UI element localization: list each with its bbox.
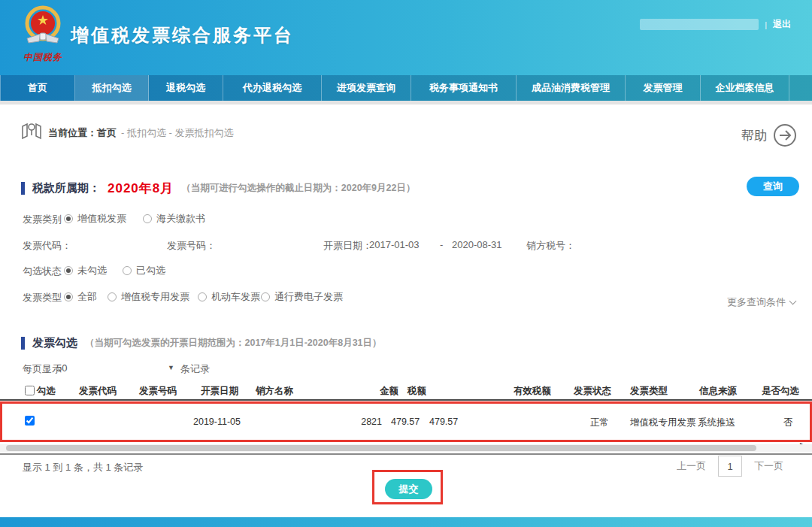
nav-oil-consumption-tax[interactable]: 成品油消费税管理 bbox=[517, 75, 626, 101]
redacted-username bbox=[640, 19, 759, 30]
radio-icon bbox=[123, 266, 132, 275]
pagination: 上一页 下一页 bbox=[677, 456, 783, 477]
horizontal-scrollbar[interactable] bbox=[0, 444, 812, 452]
cell-invoice-type: 增值税专用发票 bbox=[630, 416, 696, 429]
nav-company-archive[interactable]: 企业档案信息 bbox=[701, 75, 789, 101]
page-size-control[interactable]: 每页显示 50 ▼ 条记录 bbox=[23, 362, 62, 376]
col-invoice-date: 开票日期 bbox=[201, 385, 238, 398]
more-conditions-label: 更多查询条件 bbox=[727, 295, 786, 309]
next-page-button[interactable]: 下一页 bbox=[754, 459, 783, 473]
col-seller-name: 销方名称 bbox=[256, 385, 293, 398]
nav-home[interactable]: 首页 bbox=[0, 75, 75, 101]
section-marker bbox=[21, 182, 25, 195]
radio-label: 未勾选 bbox=[77, 264, 107, 277]
radio-unchecked-status[interactable]: 未勾选 bbox=[64, 264, 107, 277]
col-invoice-type: 发票类型 bbox=[630, 385, 668, 398]
tax-period-value: 2020年8月 bbox=[108, 180, 174, 197]
logout-button[interactable]: 退出 bbox=[773, 18, 791, 31]
radio-icon bbox=[64, 266, 73, 275]
location-map-icon bbox=[21, 120, 42, 143]
nav-tax-refund-check[interactable]: 退税勾选 bbox=[149, 75, 223, 101]
tax-period-deadline-note: （当期可进行勾选操作的截止日期为：2020年9月22日） bbox=[181, 182, 415, 195]
logo-caption: 中国税务 bbox=[17, 51, 69, 64]
breadcrumb-trail: - 抵扣勾选 - 发票抵扣勾选 bbox=[121, 127, 234, 138]
nav-deduction-check[interactable]: 抵扣勾选 bbox=[75, 75, 149, 101]
prev-page-button[interactable]: 上一页 bbox=[677, 459, 706, 473]
radio-label: 海关缴款书 bbox=[156, 212, 205, 226]
main-nav: 首页 抵扣勾选 退税勾选 代办退税勾选 进项发票查询 税务事项通知书 成品油消费… bbox=[0, 75, 812, 101]
help-button[interactable]: 帮助 bbox=[741, 123, 797, 147]
radio-icon bbox=[64, 292, 73, 301]
chevron-down-icon bbox=[789, 298, 797, 305]
radio-label: 全部 bbox=[77, 290, 97, 304]
app-header: 中国税务 增值税发票综合服务平台 | 退出 bbox=[0, 0, 812, 75]
radio-type-toll-electronic[interactable]: 通行费电子发票 bbox=[261, 290, 343, 304]
tax-bureau-logo: 中国税务 bbox=[17, 5, 69, 64]
national-emblem-icon bbox=[21, 5, 65, 47]
cell-tax: 479.57 bbox=[391, 416, 420, 427]
arrow-right-circle-icon bbox=[773, 123, 797, 147]
radio-type-special-vat[interactable]: 增值税专用发票 bbox=[108, 290, 189, 304]
cell-amount: 2821 bbox=[339, 416, 382, 427]
more-conditions-toggle[interactable]: 更多查询条件 bbox=[727, 295, 795, 309]
col-effective-tax: 有效税额 bbox=[514, 385, 551, 398]
nav-shadow-strip bbox=[0, 101, 812, 104]
submit-button[interactable]: 提交 bbox=[385, 479, 432, 499]
col-is-checked: 是否勾选 bbox=[762, 385, 799, 398]
radio-customs-payment[interactable]: 海关缴款书 bbox=[143, 212, 205, 226]
section-marker bbox=[21, 337, 25, 350]
breadcrumb: 当前位置：首页- 抵扣勾选 - 发票抵扣勾选 bbox=[48, 126, 234, 140]
invoice-number-label: 发票号码： bbox=[167, 239, 216, 253]
col-invoice-number: 发票号码 bbox=[139, 385, 177, 398]
scrollbar-thumb[interactable] bbox=[6, 445, 756, 451]
radio-label: 增值税发票 bbox=[77, 212, 126, 226]
row-checkbox[interactable] bbox=[25, 416, 35, 426]
date-from-input[interactable]: 2017-01-03 bbox=[369, 239, 420, 250]
radio-checked-status[interactable]: 已勾选 bbox=[123, 264, 165, 277]
radio-label: 已勾选 bbox=[136, 264, 165, 277]
user-bar: | 退出 bbox=[640, 18, 791, 31]
date-to-input[interactable]: 2020-08-31 bbox=[452, 239, 502, 250]
radio-icon bbox=[198, 292, 207, 301]
radio-label: 增值税专用发票 bbox=[121, 290, 189, 304]
radio-label: 机动车发票 bbox=[211, 290, 260, 304]
help-label: 帮助 bbox=[741, 127, 767, 144]
user-separator: | bbox=[765, 20, 767, 29]
cell-info-source: 系统推送 bbox=[698, 416, 735, 429]
select-all-checkbox[interactable] bbox=[25, 386, 35, 395]
nav-agent-refund-check[interactable]: 代办退税勾选 bbox=[223, 75, 322, 101]
query-button[interactable]: 查询 bbox=[747, 177, 799, 196]
page-number-input[interactable] bbox=[718, 456, 742, 477]
table-header-divider bbox=[0, 399, 812, 401]
radio-icon bbox=[143, 214, 152, 223]
records-label: 条记录 bbox=[180, 362, 210, 376]
records-summary: 显示 1 到 1 条，共 1 条记录 bbox=[23, 461, 143, 474]
col-amount: 金额 bbox=[353, 385, 398, 398]
col-info-source: 信息来源 bbox=[699, 385, 737, 398]
nav-input-invoice-query[interactable]: 进项发票查询 bbox=[322, 75, 411, 101]
col-tax: 税额 bbox=[408, 385, 426, 398]
nav-invoice-management[interactable]: 发票管理 bbox=[626, 75, 701, 101]
radio-vat-invoice[interactable]: 增值税发票 bbox=[64, 212, 126, 226]
radio-icon bbox=[108, 292, 117, 301]
invoice-date-label: 开票日期： bbox=[323, 239, 372, 253]
radio-type-all[interactable]: 全部 bbox=[64, 290, 97, 304]
invoice-check-range-note: （当期可勾选发票的开票日期范围为：2017年1月1日-2020年8月31日） bbox=[85, 337, 382, 350]
cell-effective-tax: 479.57 bbox=[429, 416, 458, 427]
cell-invoice-date: 2019-11-05 bbox=[193, 416, 241, 427]
date-separator: - bbox=[440, 239, 443, 250]
radio-icon bbox=[64, 214, 73, 223]
page-size-value: 50 bbox=[56, 362, 67, 374]
tax-period-section: 税款所属期： 2020年8月 （当期可进行勾选操作的截止日期为：2020年9月2… bbox=[21, 180, 415, 197]
radio-type-motor-vehicle[interactable]: 机动车发票 bbox=[198, 290, 260, 304]
nav-tax-notice[interactable]: 税务事项通知书 bbox=[411, 75, 517, 101]
invoice-code-label: 发票代码： bbox=[23, 239, 71, 253]
dropdown-arrow-icon: ▼ bbox=[168, 364, 174, 371]
breadcrumb-current: 当前位置：首页 bbox=[48, 127, 117, 138]
table-row[interactable]: 2019-11-05 2821 479.57 479.57 正常 增值税专用发票… bbox=[0, 401, 812, 442]
radio-icon bbox=[261, 292, 270, 301]
footer-bar bbox=[0, 517, 812, 527]
table-bottom-divider bbox=[0, 453, 812, 455]
seller-tax-no-label: 销方税号： bbox=[526, 239, 575, 253]
cell-is-checked: 否 bbox=[783, 416, 793, 429]
